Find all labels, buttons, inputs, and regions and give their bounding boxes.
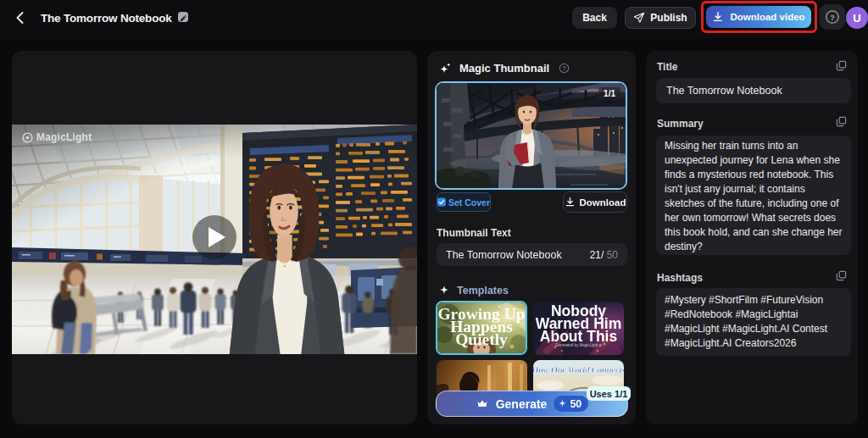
svg-text:How Our World Connects: How Our World Connects	[533, 365, 624, 374]
svg-text:About This: About This	[540, 328, 618, 345]
svg-text:Generated by MagicLight.ai: Generated by MagicLight.ai	[555, 343, 602, 347]
svg-text:?: ?	[562, 64, 566, 72]
svg-text:Quietly: Quietly	[455, 330, 508, 348]
svg-text:?: ?	[830, 14, 835, 22]
